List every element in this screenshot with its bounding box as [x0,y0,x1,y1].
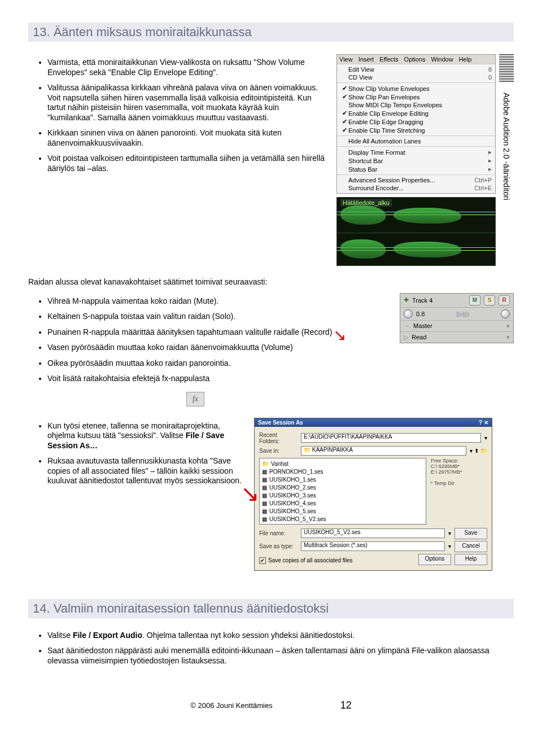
mute-button: M [469,295,480,305]
copyright: © 2006 Jouni Kenttämies [190,701,272,710]
volume-knob [404,309,413,318]
section-14-title: 14. Valmiin moniraitasession tallennus ä… [28,599,514,618]
list-item: Oikea pyörösäädin muuttaa koko raidan pa… [47,359,388,369]
waveform-screenshot: Hätätiedote_alku [336,197,496,266]
list-item: Valitussa äänipalikassa kirkkaan vihreän… [47,83,325,123]
menu-bar-item: Insert [359,56,374,63]
list-item: Kirkkaan sininen viiva on äänen panoroin… [47,128,325,148]
file-list: 📁Vanhat ▦PORNOKOHO_1.ses ▦UUSIKOHO_1.ses… [259,458,426,525]
menu-bar-item: Options [404,56,426,63]
section-13-list-b: Vihreä M-nappula vaimentaa koko raidan (… [28,296,388,384]
menu-bar: View Insert Effects Options Window Help [337,55,495,64]
automation-mode: Read [412,334,503,340]
section-13-list-c: Kun työsi etenee, tallenna se moniraitap… [28,421,243,486]
track-panel-screenshot: ✚ Track 4 M S R 0.8 ||ıı|||ı → Master ▾ … [400,293,514,343]
menu-bar-item: Help [459,56,472,63]
save-copies-checkbox-label: Save copies of all associated files [268,557,353,563]
list-item: Voit poistaa valkoisen editointipisteen … [47,154,325,173]
arrow-icon: ↘ [241,481,260,506]
dialog-title: Save Session As [258,419,303,426]
list-item: Kun työsi etenee, tallenna se moniraitap… [47,421,243,451]
menu-bar-item: Effects [379,56,398,63]
list-item: Punainen R-nappula määrittää äänityksen … [47,327,388,338]
output-label: Master [413,322,503,329]
filename-field: UUSIKOHO_5_V2.ses [301,528,445,538]
list-item: Valitse File / Export Audio. Ohjelma tal… [47,631,514,641]
help-button: Help [454,554,487,565]
view-menu-screenshot: View Insert Effects Options Window Help … [336,54,496,194]
list-item: Voit lisätä raitakohtaisia efektejä fx-n… [47,374,388,384]
record-button: R [499,295,510,305]
page-number: 12 [340,700,352,711]
list-item: Vihreä M-nappula vaimentaa koko raidan (… [47,296,388,307]
list-item: Varmista, että moniraitaikkunan View-val… [47,58,325,77]
section-13-list-a: Varmista, että moniraitaikkunan View-val… [28,58,325,173]
side-label: Adobe Audition 2.0 -äänieditori [502,87,511,200]
checkbox-icon: ✔ [259,557,266,564]
save-dialog-screenshot: Save Session As ? ✕ Recent Folders: E:\A… [254,418,492,571]
recent-folders-field: E:\AUDIO\PUFFIT\KAAPINPAIKKA [301,433,481,443]
section-13-mid-para: Raidan alussa olevat kanavakohtaiset sää… [28,277,514,287]
list-item: Saat äänitiedoston näppärästi auki menem… [47,646,514,666]
page-footer: © 2006 Jouni Kenttämies 12 [28,700,514,711]
arrow-icon: ↘ [333,325,346,345]
menu-bar-item: Window [431,56,453,63]
volume-value: 0.8 [416,311,425,317]
save-in-folder: KAAPINPAIKKA [312,447,353,453]
section-14-list: Valitse File / Export Audio. Ohjelma tal… [28,631,514,666]
solo-button: S [484,295,495,305]
section-13-title: 13. Äänten miksaus moniraitaikkunassa [28,23,514,42]
stripes-decoration [499,54,514,82]
menu-bar-item: View [339,56,353,63]
fx-button-screenshot: fx [186,392,204,407]
pan-knob [501,309,510,318]
save-as-type-field: Multitrack Session (*.ses) [301,541,445,551]
track-name: Track 4 [412,297,466,304]
cancel-button: Cancel [454,541,487,552]
close-icon: ? ✕ [479,419,488,426]
list-item: Ruksaa avautuvasta tallennusikkunasta ko… [47,456,243,486]
list-item: Keltainen S-nappula toistaa vain valitun… [47,312,388,322]
options-button: Options [418,554,451,565]
save-button: Save [454,528,487,539]
